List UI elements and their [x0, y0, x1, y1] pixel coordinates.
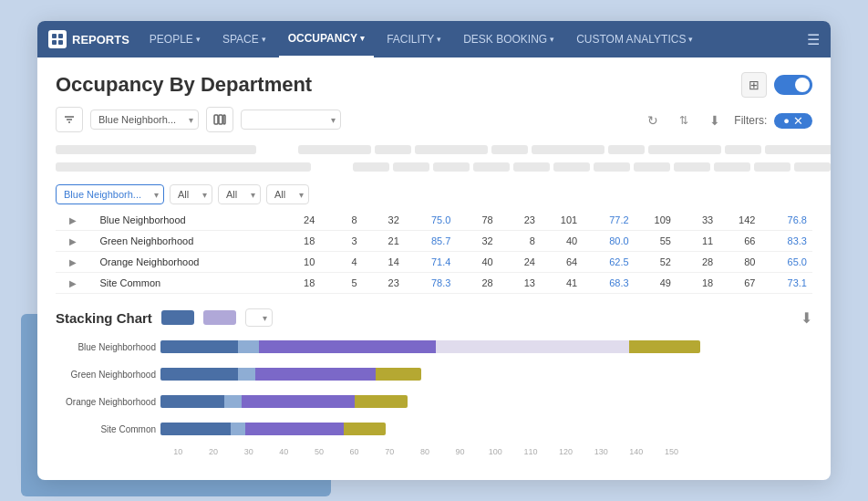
chevron-icon: ▾: [550, 35, 554, 44]
bar-segment: [242, 395, 355, 408]
header-controls: ⊞: [741, 72, 812, 98]
page-title: Occupancy By Department: [56, 73, 312, 97]
bar-segment: [629, 340, 699, 353]
filter-icon-button[interactable]: [56, 107, 83, 132]
columns-icon-button[interactable]: [206, 107, 233, 132]
row-name: Blue Neighborhood: [91, 210, 279, 231]
table-row[interactable]: ▶Blue Neighborhood2483275.0782310177.210…: [56, 210, 812, 231]
bar-segment: [259, 340, 435, 353]
row-cell: 75.0: [405, 210, 457, 231]
row-cell: 4: [320, 252, 362, 273]
download-icon[interactable]: ⬇: [703, 109, 727, 132]
bar-segment: [245, 423, 344, 435]
row-cell: 3: [320, 231, 362, 252]
row-cell: 21: [363, 231, 405, 252]
filter-clear-button[interactable]: ✕: [793, 115, 803, 127]
row-name: Orange Neighborhood: [91, 252, 279, 273]
chart-download-button[interactable]: ⬇: [801, 309, 812, 327]
row-cell: 10: [278, 252, 320, 273]
row-cell: 18: [677, 273, 718, 294]
x-tick: 50: [302, 447, 337, 456]
row-expand[interactable]: ▶: [56, 210, 91, 231]
row-cell: 71.4: [405, 252, 457, 273]
bar-segment: [231, 423, 244, 435]
row-cell: 28: [677, 252, 718, 273]
expand-icon[interactable]: ⇅: [672, 109, 696, 132]
skeleton-loader: [56, 145, 812, 172]
chart-period-select[interactable]: [245, 308, 273, 327]
row-cell: 8: [499, 231, 541, 252]
row-cell: 77.2: [583, 210, 635, 231]
grid-view-button[interactable]: ⊞: [741, 72, 767, 98]
row-cell: 41: [541, 273, 583, 294]
svg-rect-2: [52, 40, 57, 45]
row-name: Green Neighborhood: [91, 231, 279, 252]
row-cell: 5: [320, 273, 362, 294]
nav-space[interactable]: SPACE ▾: [213, 21, 275, 57]
row-expand[interactable]: ▶: [56, 252, 91, 273]
bar-label: Green Neighborhood: [56, 370, 156, 380]
row-cell: 78.3: [405, 273, 457, 294]
bar-segment: [255, 368, 375, 381]
bar-segment: [224, 395, 242, 408]
row-cell: 49: [635, 273, 677, 294]
svg-rect-3: [58, 40, 63, 45]
row-cell: 73.1: [760, 273, 812, 294]
row-cell: 40: [456, 252, 498, 273]
row-cell: 18: [278, 231, 320, 252]
nav-facility[interactable]: FACILITY ▾: [377, 21, 450, 57]
x-tick: 80: [408, 447, 443, 456]
chart-bar-row: Blue Neighborhood: [160, 338, 812, 356]
period-filter-wrapper: [241, 110, 341, 130]
row-cell: 24: [499, 252, 541, 273]
x-tick: 30: [231, 447, 266, 456]
row-cell: 85.7: [405, 231, 457, 252]
bar-segment: [238, 340, 259, 353]
x-tick: 20: [196, 447, 232, 456]
nav-desk-booking[interactable]: DESK BOOKING ▾: [454, 21, 563, 57]
row-cell: 65.0: [760, 252, 812, 273]
period-filter[interactable]: [241, 110, 341, 130]
bar-chart: Blue NeighborhoodGreen NeighborhoodOrang…: [56, 338, 812, 438]
hamburger-icon[interactable]: ☰: [807, 31, 820, 48]
chart-section: Stacking Chart ⬇ Blue NeighborhoodGreen …: [56, 308, 812, 465]
row-cell: 32: [363, 210, 405, 231]
chart-select-wrapper: [245, 308, 273, 327]
svg-rect-8: [219, 115, 222, 124]
svg-rect-0: [52, 34, 57, 38]
nav-occupancy[interactable]: OCCUPANCY ▾: [279, 21, 374, 57]
nav-logo: REPORTS: [48, 30, 129, 48]
location-filter-wrapper: Blue Neighborh...: [90, 110, 199, 130]
logo-text: REPORTS: [72, 33, 129, 47]
content-area: Occupancy By Department ⊞ Blu: [37, 57, 831, 480]
row-cell: 109: [635, 210, 677, 231]
location-filter[interactable]: Blue Neighborh...: [90, 110, 199, 130]
row-cell: 23: [363, 273, 405, 294]
table-row[interactable]: ▶Orange Neighborhood1041471.440246462.55…: [56, 252, 812, 273]
bar-segment: [376, 368, 421, 381]
nav-people[interactable]: PEOPLE ▾: [140, 21, 210, 57]
nav-bar: REPORTS PEOPLE ▾ SPACE ▾ OCCUPANCY ▾ FAC…: [37, 21, 831, 57]
chart-header: Stacking Chart ⬇: [56, 308, 812, 327]
row-cell: 80.0: [583, 231, 635, 252]
row-cell: 62.5: [583, 252, 635, 273]
row-cell: 14: [363, 252, 405, 273]
view-toggle[interactable]: [774, 75, 812, 95]
row-cell: 11: [677, 231, 718, 252]
row-expand[interactable]: ▶: [56, 273, 91, 294]
row-cell: 33: [677, 210, 718, 231]
row-expand[interactable]: ▶: [56, 231, 91, 252]
row-cell: 83.3: [760, 231, 812, 252]
table-row[interactable]: ▶Green Neighborhood1832185.73284080.0551…: [56, 231, 812, 252]
x-tick: 110: [513, 447, 549, 456]
chevron-icon: ▾: [262, 35, 266, 44]
chart-bar-row: Site Common: [160, 420, 812, 438]
logo-icon: [48, 30, 67, 48]
refresh-icon[interactable]: ↻: [641, 109, 665, 132]
nav-custom-analytics[interactable]: CUSTOM ANALYTICS ▾: [567, 21, 702, 57]
bar-label: Blue Neighborhood: [56, 342, 156, 352]
x-tick: 140: [619, 447, 655, 456]
table-row[interactable]: ▶Site Common1852378.328134168.349186773.…: [56, 273, 812, 294]
legend-lavender: [203, 310, 236, 325]
bar-label: Site Common: [56, 424, 156, 434]
